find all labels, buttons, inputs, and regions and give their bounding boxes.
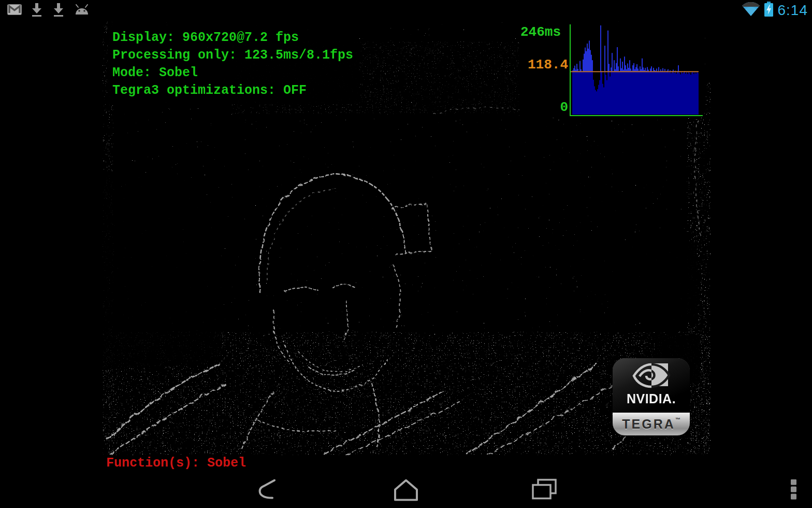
recents-icon xyxy=(531,495,558,503)
graph-threshold-label: 118.4 xyxy=(519,58,568,72)
clock: 6:14 xyxy=(778,3,808,18)
overflow-menu-icon xyxy=(790,494,798,502)
stats-hud: Display: 960x720@7.2 fps Processing only… xyxy=(108,24,359,104)
notification-icons xyxy=(7,3,90,19)
graph-max-label: 246ms xyxy=(520,25,561,39)
back-button[interactable] xyxy=(253,475,283,506)
status-bar: 6:14 xyxy=(0,0,812,18)
hud-mode-line: Mode: Sobel xyxy=(112,64,353,82)
gmail-icon xyxy=(7,4,22,17)
badge-top: NVIDIA. xyxy=(613,358,690,413)
system-status-icons: 6:14 xyxy=(742,2,808,19)
perf-histogram xyxy=(571,22,701,118)
wifi-icon xyxy=(742,2,760,19)
android-debug-icon xyxy=(74,4,90,18)
nvidia-eye-icon xyxy=(632,362,671,389)
navigation-bar xyxy=(0,473,812,508)
home-icon xyxy=(391,495,421,503)
android-screen: 6:14 xyxy=(0,0,812,508)
camera-feed[interactable]: Display: 960x720@7.2 fps Processing only… xyxy=(103,21,711,455)
hud-optimizations-line: Tegra3 optimizations: OFF xyxy=(112,82,353,100)
nvidia-wordmark: NVIDIA. xyxy=(613,391,690,406)
back-icon xyxy=(256,495,280,503)
hud-processing-line: Processing only: 123.5ms/8.1fps xyxy=(112,47,353,64)
download-icon xyxy=(30,3,44,19)
nvidia-tegra-badge: NVIDIA. TEGRA™ xyxy=(613,358,690,435)
performance-graph: 246ms 118.4 0 xyxy=(519,22,704,118)
hud-display-line: Display: 960x720@7.2 fps xyxy=(112,29,353,47)
battery-charging-icon xyxy=(764,2,774,19)
trademark-symbol: ™ xyxy=(675,417,680,422)
badge-bottom: TEGRA™ xyxy=(613,413,690,435)
graph-zero-label: 0 xyxy=(519,100,568,115)
tegra-wordmark: TEGRA™ xyxy=(622,417,680,432)
function-label: Function(s): Sobel xyxy=(106,456,246,471)
recents-button[interactable] xyxy=(528,475,561,506)
overflow-menu-button[interactable] xyxy=(787,476,801,505)
home-button[interactable] xyxy=(388,475,424,506)
download-icon xyxy=(52,3,65,19)
